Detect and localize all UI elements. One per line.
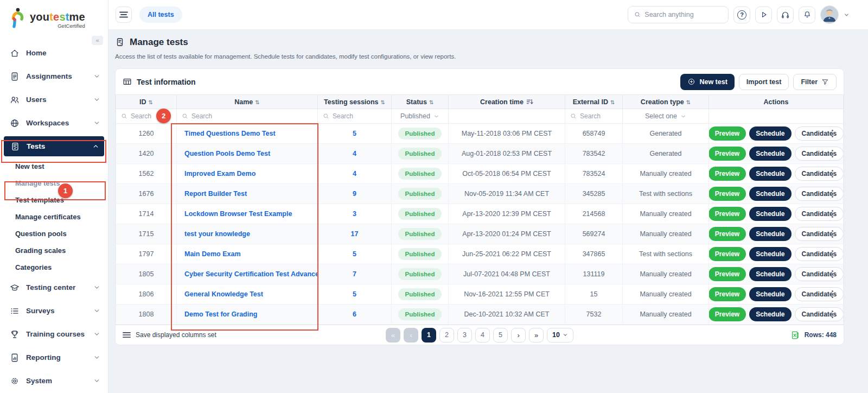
candidates-button[interactable]: Candidates — [795, 307, 844, 321]
testing-sessions-link[interactable]: 17 — [351, 230, 359, 238]
testing-sessions-link[interactable]: 6 — [353, 310, 356, 318]
user-avatar[interactable] — [820, 5, 839, 24]
row-more-actions-button[interactable] — [829, 208, 835, 220]
testing-sessions-link[interactable]: 5 — [353, 290, 356, 298]
pagination-page-5[interactable]: 5 — [493, 328, 508, 343]
sidebar-item-surveys[interactable]: Surveys — [0, 299, 108, 322]
preview-button[interactable]: Preview — [709, 207, 746, 221]
chevron-down-icon[interactable] — [844, 12, 850, 18]
sidebar-item-assignments[interactable]: Assignments — [0, 65, 108, 88]
preview-button[interactable]: Preview — [709, 126, 746, 141]
row-more-actions-button[interactable] — [829, 168, 835, 180]
preview-button[interactable]: Preview — [709, 247, 746, 261]
tutorial-button[interactable] — [755, 7, 772, 23]
row-more-actions-button[interactable] — [829, 248, 835, 260]
sidebar-item-tests[interactable]: Tests — [4, 136, 104, 156]
sidebar-item-workspaces[interactable]: Workspaces — [0, 111, 108, 135]
sidebar-subitem-manage-certificates[interactable]: Manage certificates — [0, 208, 108, 225]
candidates-button[interactable]: Candidates — [795, 267, 844, 281]
column-header-external-id[interactable]: External ID⇅ — [565, 95, 623, 109]
page-size-select[interactable]: 10 — [547, 328, 573, 343]
external-id-filter-input[interactable] — [580, 112, 617, 120]
notifications-button[interactable] — [799, 7, 815, 23]
row-more-actions-button[interactable] — [829, 308, 835, 320]
test-name-link[interactable]: Lockdown Browser Test Example — [184, 210, 292, 218]
row-more-actions-button[interactable] — [829, 148, 835, 160]
test-name-link[interactable]: Timed Questions Demo Test — [184, 130, 276, 137]
candidates-button[interactable]: Candidates — [795, 187, 844, 201]
test-name-link[interactable]: Main Demo Exam — [184, 250, 241, 258]
sidebar-item-reporting[interactable]: Reporting — [0, 346, 108, 369]
pagination-prev-button[interactable]: ‹ — [404, 328, 418, 343]
test-name-link[interactable]: test your knowledge — [184, 230, 250, 238]
row-more-actions-button[interactable] — [829, 188, 835, 200]
testing-sessions-link[interactable]: 3 — [353, 210, 356, 218]
testing-sessions-link[interactable]: 4 — [353, 150, 356, 157]
pagination-first-button[interactable]: « — [386, 328, 400, 343]
testing-sessions-link[interactable]: 9 — [353, 190, 356, 198]
sidebar-item-home[interactable]: Home — [0, 41, 108, 65]
name-filter-input[interactable] — [192, 112, 312, 120]
global-search[interactable] — [628, 6, 729, 23]
testing-sessions-link[interactable]: 7 — [353, 270, 356, 278]
row-more-actions-button[interactable] — [829, 268, 835, 280]
schedule-button[interactable]: Schedule — [749, 267, 791, 281]
sidebar-item-training-courses[interactable]: Training courses — [0, 322, 108, 346]
test-name-link[interactable]: Cyber Security Certification Test Advanc… — [184, 270, 318, 278]
preview-button[interactable]: Preview — [709, 267, 746, 281]
export-excel-button[interactable] — [791, 331, 800, 340]
candidates-button[interactable]: Candidates — [795, 247, 844, 261]
column-header-id[interactable]: ID⇅ — [116, 95, 177, 109]
schedule-button[interactable]: Schedule — [749, 227, 791, 241]
candidates-button[interactable]: Candidates — [795, 287, 844, 301]
column-header-testing-sessions[interactable]: Testing sessions⇅ — [318, 95, 392, 109]
sessions-filter-input[interactable] — [333, 112, 386, 120]
support-button[interactable] — [777, 7, 794, 23]
testing-sessions-link[interactable]: 4 — [353, 170, 356, 178]
sidebar-subitem-question-pools[interactable]: Question pools — [0, 225, 108, 242]
pagination-page-2[interactable]: 2 — [439, 328, 454, 343]
schedule-button[interactable]: Schedule — [749, 147, 791, 161]
pagination-next-button[interactable]: › — [511, 328, 526, 343]
id-filter-input[interactable] — [131, 112, 171, 120]
pagination-page-4[interactable]: 4 — [475, 328, 490, 343]
schedule-button[interactable]: Schedule — [749, 287, 791, 301]
sidebar-subitem-grading-scales[interactable]: Grading scales — [0, 242, 108, 259]
schedule-button[interactable]: Schedule — [749, 167, 791, 181]
test-name-link[interactable]: Report Builder Test — [184, 190, 247, 198]
pagination-last-button[interactable]: » — [529, 328, 544, 343]
schedule-button[interactable]: Schedule — [749, 126, 791, 141]
row-more-actions-button[interactable] — [829, 288, 835, 300]
candidates-button[interactable]: Candidates — [795, 227, 844, 241]
column-header-status[interactable]: Status⇅ — [392, 95, 449, 109]
schedule-button[interactable]: Schedule — [749, 207, 791, 221]
sidebar-item-system[interactable]: System — [0, 369, 108, 392]
schedule-button[interactable]: Schedule — [749, 307, 791, 321]
preview-button[interactable]: Preview — [709, 287, 746, 301]
preview-button[interactable]: Preview — [709, 147, 746, 161]
row-more-actions-button[interactable] — [829, 228, 835, 240]
schedule-button[interactable]: Schedule — [749, 187, 791, 201]
global-search-input[interactable] — [644, 11, 722, 18]
status-filter-select[interactable]: Published — [397, 112, 443, 120]
preview-button[interactable]: Preview — [709, 167, 746, 181]
sidebar-item-testing-center[interactable]: Testing center — [0, 276, 108, 299]
preview-button[interactable]: Preview — [709, 227, 746, 241]
sidebar-collapse-button[interactable]: « — [92, 36, 103, 45]
all-tests-chip[interactable]: All tests — [139, 7, 182, 23]
save-columns-button[interactable]: Save displayed columns set — [123, 331, 216, 339]
column-header-name[interactable]: Name⇅ — [177, 95, 318, 109]
creation-type-filter-select[interactable]: Select one — [628, 112, 704, 120]
candidates-button[interactable]: Candidates — [795, 207, 844, 221]
row-more-actions-button[interactable] — [829, 128, 835, 140]
menu-toggle-button[interactable] — [116, 7, 132, 23]
sidebar-subitem-test-templates[interactable]: Test templates — [0, 192, 108, 208]
sidebar-subitem-new-test[interactable]: New test — [0, 158, 108, 175]
preview-button[interactable]: Preview — [709, 187, 746, 201]
test-name-link[interactable]: Improved Exam Demo — [184, 170, 256, 178]
schedule-button[interactable]: Schedule — [749, 247, 791, 261]
filter-button[interactable]: Filter — [793, 74, 837, 90]
column-header-creation-time[interactable]: Creation time — [449, 95, 565, 109]
testing-sessions-link[interactable]: 5 — [353, 130, 356, 137]
new-test-button[interactable]: New test — [680, 74, 734, 90]
